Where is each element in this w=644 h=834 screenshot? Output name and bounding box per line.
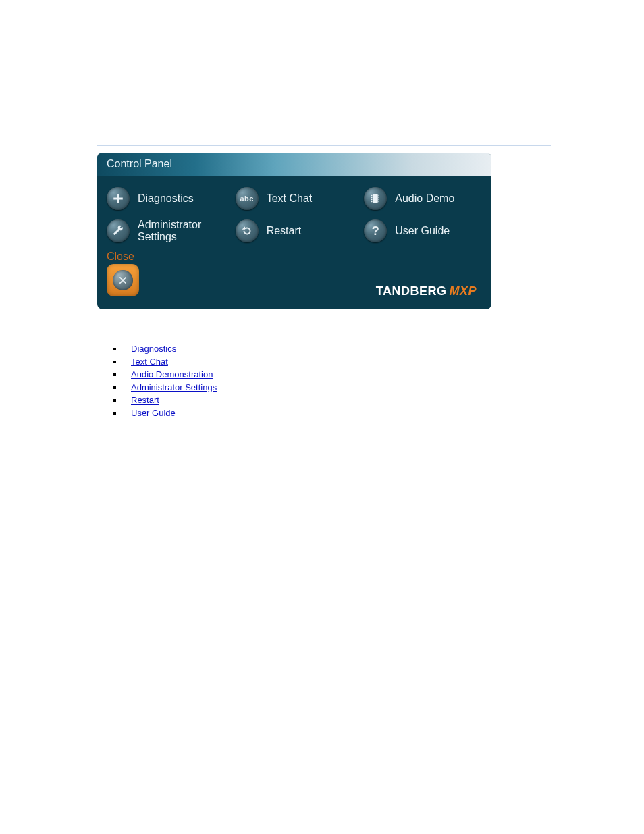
restart-link[interactable]: Restart	[131, 395, 159, 405]
section-rule	[97, 145, 551, 146]
link-list: Diagnostics Text Chat Audio Demonstratio…	[113, 343, 217, 420]
text-chat-label: Text Chat	[267, 192, 313, 205]
admin-settings-button[interactable]: Administrator Settings	[101, 215, 230, 248]
svg-rect-6	[379, 197, 380, 199]
user-guide-label: User Guide	[395, 225, 450, 237]
panel-title: Control Panel	[97, 153, 491, 176]
abc-icon: abc	[236, 187, 259, 210]
document-page: Control Panel Diagnostics abc Text Chat	[0, 0, 644, 834]
wrench-icon	[107, 219, 130, 242]
diagnostics-link[interactable]: Diagnostics	[131, 344, 176, 354]
close-button[interactable]	[107, 264, 139, 296]
admin-settings-link[interactable]: Administrator Settings	[131, 382, 217, 392]
admin-settings-label: Administrator Settings	[138, 219, 225, 244]
svg-rect-7	[379, 199, 380, 201]
audio-demo-label: Audio Demo	[395, 192, 454, 205]
restart-button[interactable]: Restart	[230, 215, 359, 248]
svg-rect-1	[371, 195, 373, 197]
user-guide-button[interactable]: ? User Guide	[358, 215, 487, 248]
panel-grid: Diagnostics abc Text Chat Audio Demo	[97, 176, 491, 251]
list-item: Diagnostics	[113, 343, 217, 355]
list-item: Text Chat	[113, 356, 217, 368]
svg-rect-3	[371, 199, 373, 201]
diagnostics-label: Diagnostics	[138, 192, 194, 205]
close-icon	[113, 270, 133, 290]
brand-name: TANDBERG	[376, 284, 447, 298]
control-panel: Control Panel Diagnostics abc Text Chat	[97, 153, 491, 309]
restart-label: Restart	[267, 225, 302, 237]
film-icon	[364, 187, 387, 210]
svg-rect-0	[373, 194, 379, 203]
list-item: Audio Demonstration	[113, 369, 217, 381]
list-item: User Guide	[113, 407, 217, 419]
restart-icon	[236, 219, 259, 242]
list-item: Restart	[113, 394, 217, 407]
text-chat-link[interactable]: Text Chat	[131, 357, 168, 367]
brand-logo: TANDBERGMXP	[376, 284, 477, 298]
user-guide-link[interactable]: User Guide	[131, 408, 176, 418]
audio-demo-link[interactable]: Audio Demonstration	[131, 369, 213, 380]
brand-suffix: MXP	[449, 284, 477, 298]
plus-icon	[107, 187, 130, 210]
svg-rect-8	[379, 201, 380, 203]
svg-rect-4	[371, 201, 373, 203]
question-icon: ?	[364, 219, 387, 242]
close-label: Close	[107, 251, 491, 263]
svg-rect-2	[371, 197, 373, 199]
audio-demo-button[interactable]: Audio Demo	[358, 182, 487, 215]
svg-rect-5	[379, 195, 380, 197]
text-chat-button[interactable]: abc Text Chat	[230, 182, 359, 215]
list-item: Administrator Settings	[113, 382, 217, 394]
diagnostics-button[interactable]: Diagnostics	[101, 182, 230, 215]
